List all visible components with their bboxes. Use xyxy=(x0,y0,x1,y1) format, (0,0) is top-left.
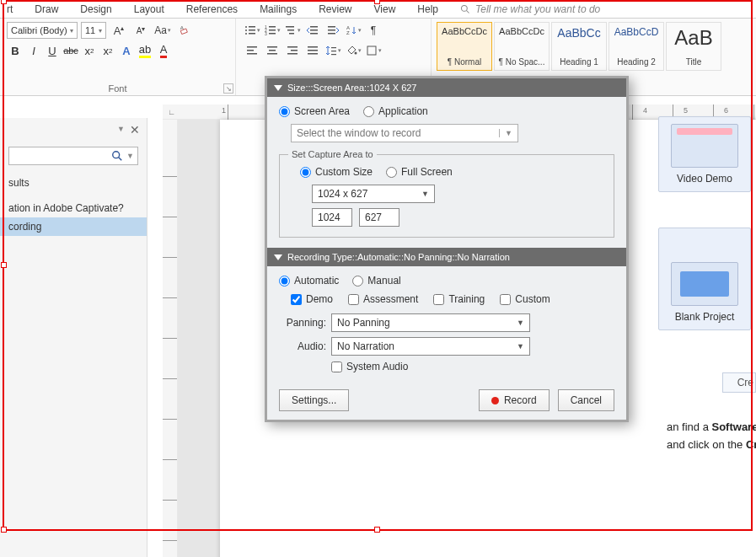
radio-application[interactable]: Application xyxy=(363,105,428,117)
check-custom[interactable]: Custom xyxy=(500,293,550,305)
window-select-placeholder: Select the window to record xyxy=(297,127,421,139)
numbering-button[interactable]: 123 xyxy=(263,22,281,39)
svg-rect-39 xyxy=(331,47,336,48)
ruler-mark: 1 xyxy=(222,106,226,115)
nav-close-button[interactable]: ✕ xyxy=(130,123,140,137)
sort-button[interactable]: AZ xyxy=(344,22,362,39)
tab-help[interactable]: Help xyxy=(417,3,438,15)
borders-button[interactable] xyxy=(364,42,383,59)
style-normal[interactable]: AaBbCcDc¶ Normal xyxy=(437,22,492,71)
decrease-indent-button[interactable] xyxy=(303,22,322,39)
card-label: Video Demo xyxy=(677,173,732,185)
radio-screen-area[interactable]: Screen Area xyxy=(279,105,350,117)
audio-combo[interactable]: No Narration▼ xyxy=(331,337,530,356)
highlight-button[interactable]: ab xyxy=(137,42,153,59)
svg-line-45 xyxy=(119,158,122,161)
dialog-header-recording[interactable]: Recording Type::Automatic::No Panning::N… xyxy=(267,248,626,266)
style-heading2[interactable]: AaBbCcDHeading 2 xyxy=(609,22,664,71)
width-input[interactable]: 1024 xyxy=(312,208,352,227)
nav-dropdown-icon[interactable]: ▼ xyxy=(117,125,125,133)
increase-indent-button[interactable] xyxy=(324,22,342,39)
radio-custom-size[interactable]: Custom Size xyxy=(300,166,373,178)
radio-manual[interactable]: Manual xyxy=(352,275,400,287)
tab-design[interactable]: Design xyxy=(80,3,111,15)
clear-formatting-button[interactable]: A xyxy=(175,22,194,39)
nav-search-input[interactable]: ▼ xyxy=(8,147,138,165)
check-training[interactable]: Training xyxy=(433,293,485,305)
tab-layout[interactable]: Layout xyxy=(134,3,164,15)
tab-draw[interactable]: Draw xyxy=(35,3,58,15)
style-title[interactable]: AaBTitle xyxy=(666,22,721,71)
vertical-ruler[interactable] xyxy=(163,120,178,557)
align-right-icon xyxy=(287,45,298,56)
svg-rect-15 xyxy=(269,33,276,35)
font-name-combo[interactable]: Calibri (Body)▾ xyxy=(7,22,78,39)
ruler-mark: 5 xyxy=(684,106,688,115)
tab-selector[interactable]: ∟ xyxy=(163,108,188,116)
tab-rt[interactable]: rt xyxy=(7,3,13,15)
shading-button[interactable] xyxy=(344,42,362,59)
svg-rect-29 xyxy=(247,53,257,55)
tab-view[interactable]: View xyxy=(374,3,396,15)
cancel-button[interactable]: Cancel xyxy=(558,389,614,411)
shrink-font-button[interactable]: A▾ xyxy=(131,22,150,39)
check-assessment[interactable]: Assessment xyxy=(348,293,418,305)
superscript-button[interactable]: x2 xyxy=(99,42,116,59)
font-dialog-launcher[interactable]: ↘ xyxy=(223,83,233,94)
align-left-button[interactable] xyxy=(243,42,261,59)
svg-rect-22 xyxy=(328,26,335,28)
bullets-button[interactable] xyxy=(243,22,261,39)
search-icon xyxy=(111,150,123,162)
height-input[interactable]: 627 xyxy=(359,208,399,227)
collapse-icon xyxy=(274,85,282,91)
text-effects-button[interactable]: A xyxy=(118,42,135,59)
font-size-combo[interactable]: 11▾ xyxy=(81,22,106,39)
font-group-label: Font xyxy=(0,83,235,94)
strikethrough-button[interactable]: abc xyxy=(62,42,79,59)
style-heading1[interactable]: AaBbCcHeading 1 xyxy=(551,22,607,71)
change-case-button[interactable]: Aa xyxy=(153,22,172,39)
nav-search-dropdown[interactable]: ▼ xyxy=(126,152,134,160)
radio-full-screen[interactable]: Full Screen xyxy=(386,166,453,178)
dialog-header-size[interactable]: Size:::Screen Area::1024 X 627 xyxy=(267,78,626,97)
grow-font-button[interactable]: A▴ xyxy=(110,22,128,39)
capture-dialog: Size:::Screen Area::1024 X 627 Screen Ar… xyxy=(265,76,629,422)
tab-mailings[interactable]: Mailings xyxy=(260,3,297,15)
nav-heading-item[interactable]: cording xyxy=(0,217,147,236)
capture-area-fieldset: Set Capture Area to Custom Size Full Scr… xyxy=(279,149,614,238)
nav-tab-results[interactable]: sults xyxy=(0,174,147,192)
subscript-button[interactable]: x2 xyxy=(81,42,98,59)
settings-button[interactable]: Settings... xyxy=(279,389,349,411)
underline-button[interactable]: U xyxy=(44,42,61,59)
line-spacing-button[interactable] xyxy=(324,42,342,59)
align-center-button[interactable] xyxy=(263,42,281,59)
nav-heading-item[interactable]: ation in Adobe Captivate? xyxy=(0,199,147,217)
align-left-icon xyxy=(246,45,258,56)
svg-rect-17 xyxy=(287,29,294,31)
ribbon-tabs: rt Draw Design Layout References Mailing… xyxy=(0,0,756,19)
window-select-combo[interactable]: Select the window to record ▼ xyxy=(291,124,518,142)
svg-rect-36 xyxy=(308,46,318,48)
panning-combo[interactable]: No Panning▼ xyxy=(331,313,530,332)
radio-automatic[interactable]: Automatic xyxy=(279,275,339,287)
tab-review[interactable]: Review xyxy=(319,3,351,15)
italic-button[interactable]: I xyxy=(25,42,42,59)
align-right-button[interactable] xyxy=(283,42,302,59)
check-system-audio[interactable]: System Audio xyxy=(331,361,408,372)
size-preset-combo[interactable]: 1024 x 627▼ xyxy=(312,185,435,203)
justify-button[interactable] xyxy=(303,42,322,59)
tab-references[interactable]: References xyxy=(186,3,238,15)
font-color-button[interactable]: A xyxy=(155,42,172,59)
size-preset-value: 1024 x 627 xyxy=(318,188,367,200)
show-marks-button[interactable]: ¶ xyxy=(364,22,383,39)
card-blank-project[interactable]: Blank Project xyxy=(658,228,751,330)
multilevel-list-button[interactable] xyxy=(283,22,302,39)
chevron-down-icon: ▼ xyxy=(517,319,524,327)
bold-button[interactable]: B xyxy=(7,42,24,59)
record-button[interactable]: Record xyxy=(479,389,550,411)
card-video-demo[interactable]: Video Demo xyxy=(658,116,751,192)
style-no-spacing[interactable]: AaBbCcDc¶ No Spac... xyxy=(494,22,550,71)
create-button-partial[interactable]: Cre xyxy=(722,372,756,393)
tell-me-search[interactable]: Tell me what you want to do xyxy=(460,3,600,15)
check-demo[interactable]: Demo xyxy=(291,293,333,305)
